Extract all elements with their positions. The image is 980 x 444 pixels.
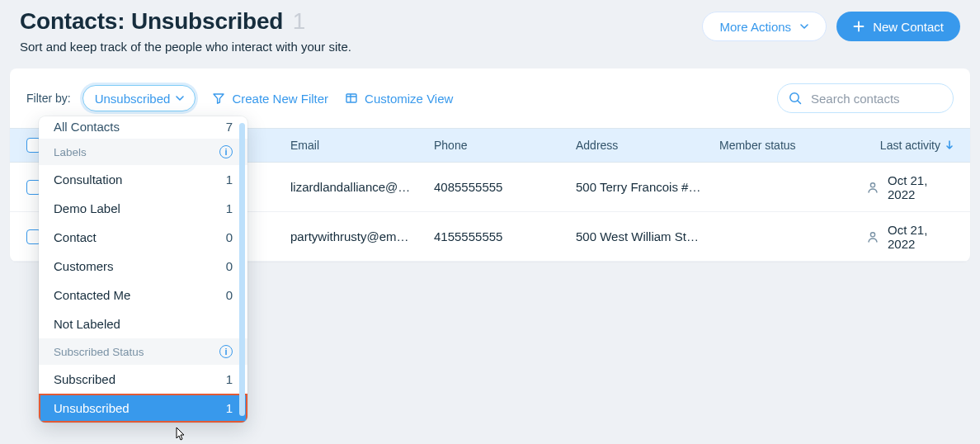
col-member-status[interactable]: Member status (719, 139, 866, 152)
dropdown-item-label: Contacted Me (54, 288, 130, 302)
row-email: lizardlandalliance@… (290, 180, 434, 194)
new-contact-label: New Contact (873, 20, 944, 34)
info-icon[interactable]: i (219, 145, 233, 158)
dropdown-item-count: 1 (226, 401, 233, 415)
dropdown-item-contacted-me[interactable]: Contacted Me 0 (39, 281, 247, 309)
filter-dropdown: All Contacts 7 Labels i Consultation 1 D… (39, 116, 247, 423)
dropdown-item-label: Customers (54, 259, 114, 273)
dropdown-section-labels: Labels i (39, 139, 247, 165)
dropdown-item-count: 1 (226, 201, 233, 215)
search-icon (788, 91, 803, 106)
dropdown-item-label: Subscribed (54, 372, 115, 386)
title-block: Contacts: Unsubscribed 1 Sort and keep t… (20, 8, 351, 54)
dropdown-item-count: 0 (226, 230, 233, 244)
dropdown-item-label: Unsubscribed (54, 401, 130, 415)
dropdown-item-customers[interactable]: Customers 0 (39, 252, 247, 281)
dropdown-item-label: Consultation (54, 172, 122, 187)
dropdown-item-not-labeled[interactable]: Not Labeled (39, 309, 247, 338)
dropdown-scrollbar[interactable] (239, 123, 245, 416)
dropdown-item-contact[interactable]: Contact 0 (39, 223, 247, 252)
dropdown-item-label: Not Labeled (54, 317, 120, 331)
chevron-down-icon (175, 93, 185, 103)
row-phone: 4155555555 (434, 229, 576, 243)
chevron-down-icon (799, 21, 809, 31)
dropdown-item-label: Contact (54, 230, 97, 244)
row-last-activity: Oct 21, 2022 (888, 223, 954, 251)
row-address: 500 West William St… (576, 229, 719, 243)
col-phone[interactable]: Phone (434, 139, 576, 152)
svg-point-2 (870, 182, 874, 187)
dropdown-item-count: 0 (226, 259, 233, 273)
search-field[interactable] (777, 83, 954, 113)
col-email[interactable]: Email (290, 139, 434, 152)
customize-view-link[interactable]: Customize View (345, 92, 453, 106)
page-header: Contacts: Unsubscribed 1 Sort and keep t… (0, 0, 980, 54)
more-actions-label: More Actions (719, 20, 791, 34)
create-new-filter-label: Create New Filter (232, 92, 328, 106)
row-email: partywithrusty@em… (290, 229, 434, 243)
dropdown-item-count: 1 (226, 172, 233, 187)
filter-by-label: Filter by: (26, 92, 71, 105)
title-count: 1 (293, 8, 305, 34)
svg-point-3 (870, 232, 874, 236)
person-icon (866, 181, 879, 194)
row-last-activity: Oct 21, 2022 (888, 173, 954, 201)
info-icon[interactable]: i (219, 345, 233, 358)
dropdown-item-count: 1 (226, 372, 233, 386)
col-address[interactable]: Address (576, 139, 719, 152)
dropdown-item-count: 7 (226, 120, 233, 134)
page-title: Contacts: Unsubscribed 1 (20, 8, 351, 35)
row-last-cell: Oct 21, 2022 (866, 223, 954, 251)
customize-view-label: Customize View (365, 92, 453, 106)
title-filter: Unsubscribed (131, 8, 283, 34)
header-actions: More Actions New Contact (702, 8, 960, 41)
sort-down-icon (945, 140, 954, 150)
title-prefix: Contacts: (20, 8, 131, 34)
dropdown-item-all-contacts[interactable]: All Contacts 7 (39, 116, 247, 139)
new-contact-button[interactable]: New Contact (836, 12, 960, 41)
dropdown-item-subscribed[interactable]: Subscribed 1 (39, 365, 247, 394)
filter-value: Unsubscribed (95, 92, 171, 106)
plus-icon (853, 21, 865, 32)
dropdown-item-consultation[interactable]: Consultation 1 (39, 165, 247, 194)
columns-icon (345, 92, 358, 105)
col-last-activity[interactable]: Last activity (866, 139, 954, 152)
page-subtitle: Sort and keep track of the people who in… (20, 40, 351, 54)
search-input[interactable] (811, 92, 943, 106)
col-last-activity-label: Last activity (880, 139, 940, 152)
dropdown-item-demo-label[interactable]: Demo Label 1 (39, 194, 247, 223)
filter-dropdown-trigger[interactable]: Unsubscribed (82, 85, 196, 111)
create-new-filter-link[interactable]: Create New Filter (212, 92, 328, 106)
dropdown-section-status-title: Subscribed Status (54, 346, 144, 358)
more-actions-button[interactable]: More Actions (702, 12, 827, 41)
dropdown-item-label: All Contacts (54, 120, 120, 134)
dropdown-item-label: Demo Label (54, 201, 120, 215)
dropdown-section-labels-title: Labels (54, 146, 87, 158)
svg-point-1 (790, 93, 799, 102)
dropdown-item-count: 0 (226, 288, 233, 302)
svg-rect-0 (346, 94, 356, 102)
cursor-icon (173, 426, 188, 442)
row-last-cell: Oct 21, 2022 (866, 173, 954, 201)
filter-icon (212, 92, 225, 105)
row-address: 500 Terry Francois #… (576, 180, 719, 194)
dropdown-item-unsubscribed[interactable]: Unsubscribed 1 (39, 394, 247, 423)
dropdown-section-status: Subscribed Status i (39, 338, 247, 365)
row-phone: 4085555555 (434, 180, 576, 194)
person-icon (866, 230, 879, 243)
search-wrap (777, 83, 954, 113)
